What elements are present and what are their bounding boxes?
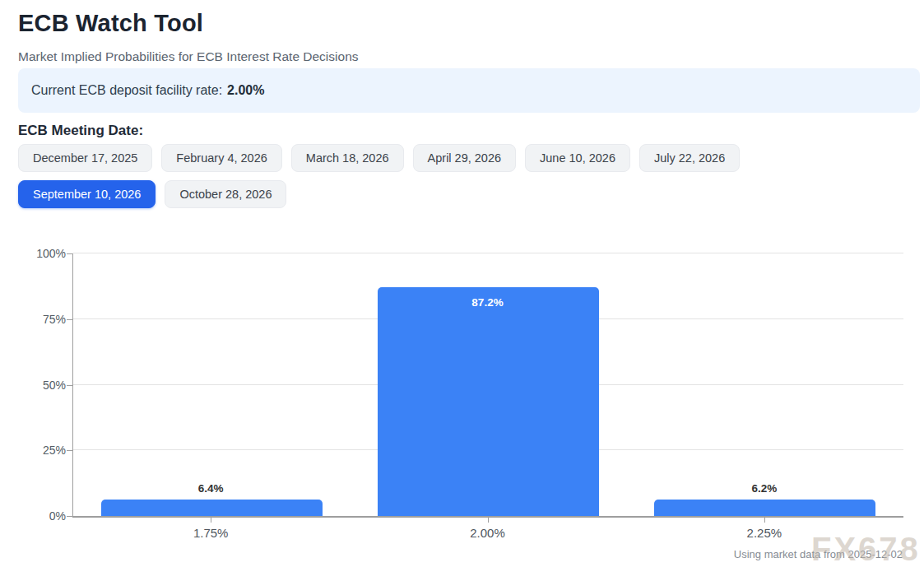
y-axis-label: 25% <box>18 444 66 457</box>
meeting-date-chip[interactable]: December 17, 2025 <box>18 144 152 172</box>
y-axis-label: 100% <box>18 247 66 260</box>
meeting-date-heading: ECB Meeting Date: <box>18 123 143 139</box>
bar-value-label: 6.2% <box>715 482 814 495</box>
meeting-date-chip[interactable]: September 10, 2026 <box>18 180 156 208</box>
probability-bar[interactable] <box>654 500 875 516</box>
meeting-date-chip[interactable]: June 10, 2026 <box>525 144 630 172</box>
current-rate-banner: Current ECB deposit facility rate: 2.00% <box>18 68 920 113</box>
chart-plot <box>72 253 903 518</box>
y-axis-label: 0% <box>18 509 66 523</box>
probability-chart: 0%25%50%75%100%6.4%1.75%87.2%2.00%6.2%2.… <box>18 247 920 569</box>
probability-bar[interactable] <box>378 287 599 516</box>
y-axis-tick <box>67 253 72 254</box>
y-axis-tick <box>67 516 72 517</box>
gridline <box>73 253 903 253</box>
meeting-date-chip[interactable]: October 28, 2026 <box>165 180 286 208</box>
page-subtitle: Market Implied Probabilities for ECB Int… <box>18 49 359 64</box>
y-axis-label: 75% <box>18 313 66 326</box>
meeting-date-chip[interactable]: February 4, 2026 <box>161 144 281 172</box>
x-axis-tick <box>488 518 489 523</box>
data-source-note: Using market data from 2025-12-02 <box>18 548 903 560</box>
y-axis-label: 50% <box>18 379 66 392</box>
x-axis-tick <box>764 518 765 523</box>
x-axis-label: 2.25% <box>715 526 814 540</box>
meeting-date-list: December 17, 2025February 4, 2026March 1… <box>18 144 857 208</box>
bar-value-label: 87.2% <box>439 296 537 309</box>
x-axis-label: 2.00% <box>439 526 537 540</box>
meeting-date-chip[interactable]: March 18, 2026 <box>291 144 404 172</box>
ecb-watch-tool-page: ECB Watch Tool Market Implied Probabilit… <box>0 0 924 581</box>
probability-bar[interactable] <box>101 500 323 516</box>
x-axis-label: 1.75% <box>161 526 260 540</box>
bar-value-label: 6.4% <box>161 482 260 495</box>
current-rate-value: 2.00% <box>227 83 264 98</box>
y-axis-tick <box>67 385 72 386</box>
meeting-date-chip[interactable]: July 22, 2026 <box>639 144 740 172</box>
x-axis-tick <box>211 518 211 523</box>
page-title: ECB Watch Tool <box>18 10 203 37</box>
meeting-date-chip[interactable]: April 29, 2026 <box>413 144 516 172</box>
y-axis-tick <box>67 319 72 320</box>
current-rate-label: Current ECB deposit facility rate: <box>31 83 222 98</box>
y-axis-tick <box>67 450 72 451</box>
